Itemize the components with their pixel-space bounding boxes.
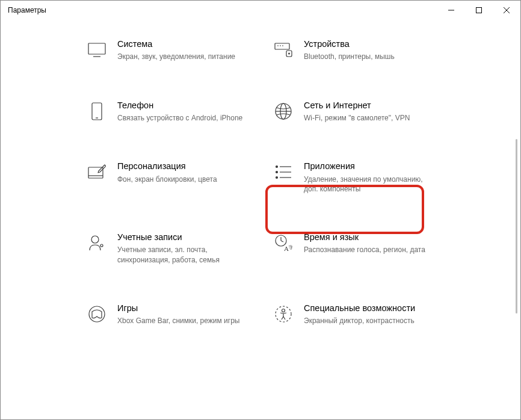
tile-gaming[interactable]: Игры Xbox Game Bar, снимки, режим игры xyxy=(86,302,248,327)
tile-desc: Bluetooth, принтеры, мышь xyxy=(304,52,434,61)
tile-desc: Распознавание голоса, регион, дата xyxy=(304,245,434,255)
svg-point-25 xyxy=(91,236,99,243)
tile-apps[interactable]: Приложения Удаление, значения по умолчан… xyxy=(273,160,435,195)
tile-title: Время и язык xyxy=(304,232,434,242)
tile-desc: Учетные записи, эл. почта, синхронизация… xyxy=(117,245,247,264)
tile-title: Специальные возможности xyxy=(304,303,434,313)
scrollbar-thumb[interactable] xyxy=(516,139,517,313)
svg-point-11 xyxy=(289,53,290,54)
svg-point-23 xyxy=(276,177,278,179)
tile-title: Телефон xyxy=(117,100,247,111)
devices-icon xyxy=(274,40,293,60)
tile-devices[interactable]: Устройства Bluetooth, принтеры, мышь xyxy=(273,38,435,63)
tile-desc: Связать устройство с Android, iPhone xyxy=(117,113,247,123)
network-icon xyxy=(274,102,293,121)
svg-rect-10 xyxy=(286,51,292,57)
close-button[interactable] xyxy=(493,1,520,20)
svg-text:字: 字 xyxy=(289,245,292,250)
svg-line-29 xyxy=(281,241,283,242)
tile-accounts[interactable]: Учетные записи Учетные записи, эл. почта… xyxy=(86,231,248,266)
system-icon xyxy=(87,40,106,60)
window-controls xyxy=(437,1,520,20)
tile-title: Сеть и Интернет xyxy=(304,100,434,111)
svg-point-19 xyxy=(276,166,278,168)
tile-desc: Wi-Fi, режим "в самолете", VPN xyxy=(304,113,434,123)
tile-phone[interactable]: Телефон Связать устройство с Android, iP… xyxy=(86,99,248,125)
tile-accessibility[interactable]: Специальные возможности Экранный диктор,… xyxy=(273,302,435,327)
accessibility-icon xyxy=(274,304,293,324)
accounts-icon xyxy=(87,233,106,253)
tile-personalization[interactable]: Персонализация Фон, экран блокировки, цв… xyxy=(86,160,248,195)
tile-network[interactable]: Сеть и Интернет Wi-Fi, режим "в самолете… xyxy=(273,99,435,125)
tile-desc: Фон, экран блокировки, цвета xyxy=(117,174,247,184)
svg-text:A: A xyxy=(284,245,289,252)
svg-point-32 xyxy=(89,306,105,322)
tile-system[interactable]: Система Экран, звук, уведомления, питани… xyxy=(86,38,248,63)
svg-point-34 xyxy=(282,309,285,312)
apps-icon xyxy=(274,162,293,182)
phone-icon xyxy=(87,102,106,121)
tile-title: Игры xyxy=(117,303,247,313)
tile-desc: Удаление, значения по умолчанию, доп. ко… xyxy=(304,174,434,194)
personalization-icon xyxy=(87,162,106,182)
scrollbar[interactable] xyxy=(512,25,520,413)
settings-grid: Система Экран, звук, уведомления, питани… xyxy=(86,38,435,327)
content: Система Экран, звук, уведомления, питани… xyxy=(1,20,520,327)
svg-rect-12 xyxy=(92,103,102,120)
svg-rect-4 xyxy=(88,43,105,54)
tile-title: Устройства xyxy=(304,39,434,49)
tile-desc: Xbox Game Bar, снимки, режим игры xyxy=(117,316,247,326)
maximize-button[interactable] xyxy=(465,1,493,20)
svg-point-26 xyxy=(100,244,103,247)
time-language-icon: A字 xyxy=(274,233,293,253)
titlebar: Параметры xyxy=(1,1,520,20)
tile-title: Приложения xyxy=(304,161,434,171)
tile-desc: Экран, звук, уведомления, питание xyxy=(117,52,247,61)
svg-point-21 xyxy=(276,171,278,173)
gaming-icon xyxy=(87,304,106,324)
tile-time-language[interactable]: A字 Время и язык Распознавание голоса, ре… xyxy=(273,231,435,266)
tile-desc: Экранный диктор, контрастность xyxy=(304,316,434,326)
minimize-button[interactable] xyxy=(437,1,465,20)
tile-title: Учетные записи xyxy=(117,232,247,242)
tile-title: Система xyxy=(117,39,247,49)
svg-rect-1 xyxy=(476,8,482,13)
svg-rect-6 xyxy=(275,43,289,49)
window-title: Параметры xyxy=(8,6,46,14)
tile-title: Персонализация xyxy=(117,161,247,171)
